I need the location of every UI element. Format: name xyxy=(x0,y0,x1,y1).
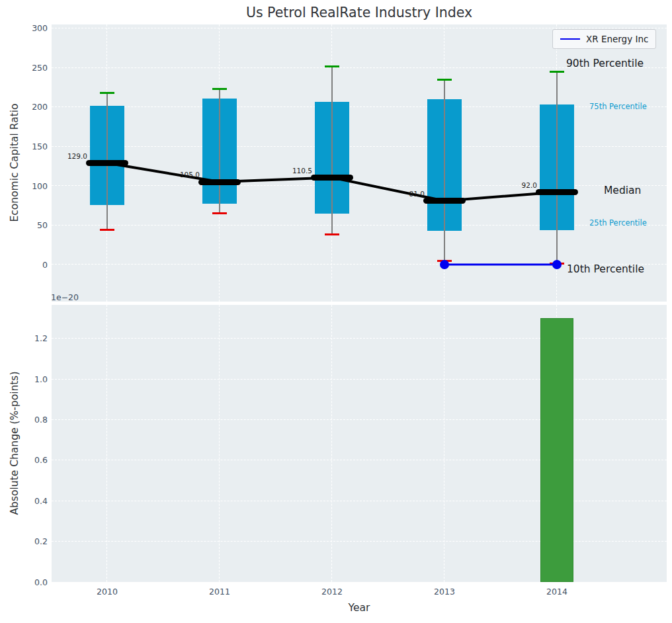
annotation-10th-percentile: 10th Percentile xyxy=(567,263,644,275)
legend-label: XR Energy Inc xyxy=(586,34,648,44)
ytick-top-0: 0 xyxy=(17,259,48,270)
median-marker-2012 xyxy=(311,175,353,181)
median-marker-2014 xyxy=(536,189,578,195)
ytick-top-100: 100 xyxy=(17,181,48,192)
median-value-label-2014: 92.0 xyxy=(497,181,537,189)
ytick-bottom-0.4: 0.4 xyxy=(17,495,48,507)
ytick-top-300: 300 xyxy=(17,22,48,34)
median-trend-line xyxy=(107,163,557,201)
top-y-axis-label: Economic Capital Ratio xyxy=(9,103,21,222)
ytick-bottom-1.2: 1.2 xyxy=(17,333,48,344)
ytick-bottom-0.8: 0.8 xyxy=(17,414,48,425)
ytick-top-50: 50 xyxy=(17,220,48,231)
xtick-2012: 2012 xyxy=(312,586,352,597)
legend: XR Energy Inc xyxy=(552,29,656,49)
y-axis-offset-label: 1e−20 xyxy=(51,292,79,302)
xtick-2011: 2011 xyxy=(200,586,239,597)
figure: Us Petrol RealRate Industry Index 129.01… xyxy=(0,0,672,623)
gridline-horizontal xyxy=(52,501,667,501)
gridline-horizontal xyxy=(52,541,667,542)
median-value-label-2010: 129.0 xyxy=(48,152,87,160)
xr-point-2014 xyxy=(552,260,562,269)
gridline-horizontal xyxy=(52,338,667,339)
x-axis-label: Year xyxy=(52,602,667,614)
bottom-y-axis-label: Absolute Change (%-points) xyxy=(9,372,21,515)
ytick-top-250: 250 xyxy=(17,62,48,73)
median-value-label-2013: 81.0 xyxy=(385,190,425,198)
median-value-label-2011: 105.0 xyxy=(160,171,200,179)
ytick-bottom-1.0: 1.0 xyxy=(17,374,48,385)
gridline-horizontal xyxy=(52,379,667,380)
ytick-bottom-0.0: 0.0 xyxy=(17,577,48,588)
gridline-horizontal xyxy=(52,460,667,460)
xtick-2013: 2013 xyxy=(425,586,464,597)
bottom-plot-area xyxy=(52,305,667,582)
ytick-top-200: 200 xyxy=(17,101,48,112)
annotation-90th-percentile: 90th Percentile xyxy=(566,58,644,69)
annotation-25th-percentile: 25th Percentile xyxy=(589,218,647,228)
ytick-bottom-0.6: 0.6 xyxy=(17,454,48,466)
median-marker-2011 xyxy=(198,179,241,185)
annotation-median: Median xyxy=(604,185,641,196)
annotation-75th-percentile: 75th Percentile xyxy=(589,102,647,111)
median-marker-2013 xyxy=(423,198,466,204)
median-marker-2010 xyxy=(86,160,128,166)
xtick-2014: 2014 xyxy=(537,586,577,597)
median-value-label-2012: 110.5 xyxy=(273,167,312,175)
change-bar-2014 xyxy=(540,318,573,582)
xtick-2010: 2010 xyxy=(87,586,127,597)
gridline-horizontal xyxy=(52,419,667,420)
xr-point-2013 xyxy=(440,260,449,269)
ytick-bottom-0.2: 0.2 xyxy=(17,536,48,547)
chart-title: Us Petrol RealRate Industry Index xyxy=(52,5,667,21)
legend-line-swatch xyxy=(560,38,580,40)
ytick-top-150: 150 xyxy=(17,141,48,152)
